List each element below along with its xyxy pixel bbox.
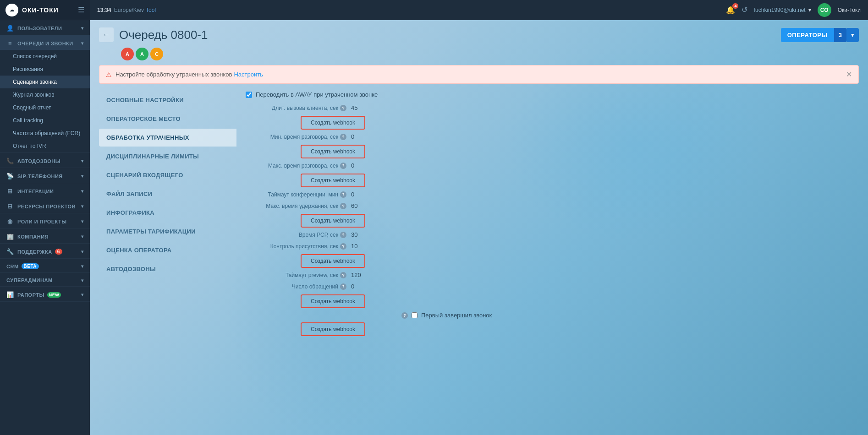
sidebar-item-autodial[interactable]: 📞 АВТОДОЗВОНЫ ▾	[0, 153, 90, 168]
user-email: luchkin1990@ukr.net	[754, 7, 805, 13]
operators-count: 3	[834, 28, 846, 42]
sidebar-item-integrations[interactable]: ⊞ ИНТЕГРАЦИИ ▾	[0, 183, 90, 198]
first-completed-help-icon[interactable]: ?	[401, 312, 408, 319]
sip-icon: 📡	[6, 173, 14, 179]
phone-icon: 📞	[6, 158, 14, 164]
presence-control-label: Контроль присутствия, сек ?	[246, 243, 346, 250]
notifications-btn[interactable]: 🔔 4	[726, 5, 735, 14]
appeals-count-row: Число обращений ? 0	[246, 283, 850, 290]
sidebar-item-summary-report[interactable]: Сводный отчет	[0, 101, 90, 114]
user-chevron: ▾	[808, 7, 811, 13]
nav-item-operator-eval[interactable]: ОЦЕНКА ОПЕРАТОРА	[99, 241, 236, 259]
sidebar-item-sip[interactable]: 📡 SIP-ТЕЛЕФОНИЯ ▾	[0, 168, 90, 183]
chevron-icon3: ▾	[81, 174, 84, 179]
first-completed-checkbox[interactable]	[412, 312, 418, 318]
conference-timeout-section: Таймаут конференции, мин ? 0	[246, 191, 850, 198]
sidebar-section-resources: ⊟ РЕСУРСЫ ПРОЕКТОВ ▾	[0, 198, 90, 213]
webhook-btn-min-talk[interactable]: Создать webhook	[301, 145, 365, 158]
sidebar-item-queues[interactable]: ≡ ОЧЕРЕДИ И ЗВОНКИ ▾	[0, 35, 90, 50]
away-checkbox[interactable]	[246, 92, 252, 98]
warning-close-btn[interactable]: ✕	[846, 70, 852, 79]
webhook-btn-max-talk[interactable]: Создать webhook	[301, 174, 365, 187]
presence-control-section: Контроль присутствия, сек ? 10 Создать w…	[246, 243, 850, 268]
chevron-icon10: ▾	[81, 278, 84, 283]
operators-expand-btn[interactable]: ▾	[846, 28, 859, 42]
menu-toggle[interactable]: ☰	[78, 5, 84, 14]
webhook-btn-max-hold[interactable]: Создать webhook	[301, 214, 365, 228]
topbar-tool-link[interactable]: Tool	[146, 7, 156, 13]
nav-item-limits[interactable]: ДИСЦИПЛИНАРНЫЕ ЛИМИТЫ	[99, 147, 236, 165]
nav-item-scenario[interactable]: СЦЕНАРИЙ ВХОДЯЩЕГО	[99, 166, 236, 184]
operator-avatar-1: A	[121, 48, 134, 60]
avatar[interactable]: CO	[818, 3, 831, 17]
max-talk-section: Макс. время разговора, сек ? 0 Создать w…	[246, 162, 850, 187]
sidebar-item-crm[interactable]: CRM BETA ▾	[0, 259, 90, 272]
presence-control-help-icon[interactable]: ?	[340, 243, 346, 250]
pcp-time-help-icon[interactable]: ?	[340, 232, 346, 238]
company-icon: 🏢	[6, 233, 14, 240]
chevron-icon2: ▾	[81, 158, 84, 163]
nav-item-lost[interactable]: ОБРАБОТКА УТРАЧЕННЫХ	[99, 129, 236, 147]
sidebar-section-company: 🏢 КОМПАНИЯ ▾	[0, 228, 90, 244]
conference-timeout-help-icon[interactable]: ?	[340, 191, 346, 198]
nav-item-autodial[interactable]: АВТОДОЗВОНЫ	[99, 260, 236, 278]
sidebar-item-schedule[interactable]: Расписания	[0, 63, 90, 76]
conference-timeout-value: 0	[351, 191, 369, 198]
logo-text: ОКИ-ТОКИ	[22, 6, 59, 14]
sidebar-item-call-journal[interactable]: Журнал звонков	[0, 88, 90, 101]
sidebar-item-reports[interactable]: 📊 РАПОРТЫ NEW ▾	[0, 287, 90, 301]
users-icon: 👤	[6, 25, 14, 32]
chevron-icon7: ▾	[81, 234, 84, 239]
webhook-btn-presence-control[interactable]: Создать webhook	[301, 254, 365, 268]
preview-timeout-help-icon[interactable]: ?	[340, 272, 346, 278]
sidebar-item-support[interactable]: 🔧 ПОДДЕРЖКА 6 ▾	[0, 244, 90, 258]
nav-item-recording[interactable]: ФАЙЛ ЗАПИСИ	[99, 185, 236, 203]
integrations-icon: ⊞	[6, 188, 14, 195]
sidebar-item-queue-list[interactable]: Список очередей	[0, 50, 90, 63]
appeals-count-section: Число обращений ? 0 Создать webhook	[246, 283, 850, 308]
sidebar: ☁ ОКИ-ТОКИ ☰ 👤 ПОЛЬЗОВАТЕЛИ ▾ ≡ ОЧЕРЕДИ …	[0, 0, 90, 435]
nav-item-basic[interactable]: ОСНОВНЫЕ НАСТРОЙКИ	[99, 91, 236, 109]
sidebar-item-users[interactable]: 👤 ПОЛЬЗОВАТЕЛИ ▾	[0, 20, 90, 35]
call-duration-value: 45	[351, 104, 369, 111]
sidebar-item-company[interactable]: 🏢 КОМПАНИЯ ▾	[0, 228, 90, 243]
first-completed-row: ? Первый завершил звонок	[401, 312, 850, 319]
max-hold-help-icon[interactable]: ?	[340, 203, 346, 209]
topbar: 13:34 Europe/Kiev Tool 🔔 4 ↺ luchkin1990…	[90, 0, 868, 20]
webhook-btn-call-duration[interactable]: Создать webhook	[301, 116, 365, 130]
max-talk-help-icon[interactable]: ?	[340, 163, 346, 169]
pcp-time-label: Время РСР, сек ?	[246, 232, 346, 238]
back-button[interactable]: ←	[99, 27, 114, 42]
sidebar-section-integrations: ⊞ ИНТЕГРАЦИИ ▾	[0, 183, 90, 198]
nav-item-operator[interactable]: ОПЕРАТОРСКОЕ МЕСТО	[99, 110, 236, 128]
away-checkbox-label: Переводить в AWAY при утраченном звонке	[256, 91, 378, 98]
call-duration-help-icon[interactable]: ?	[340, 105, 346, 111]
refresh-btn[interactable]: ↺	[742, 5, 747, 14]
sidebar-item-fcr[interactable]: Частота обращений (FCR)	[0, 127, 90, 140]
nav-item-infographic[interactable]: ИНФОГРАФИКА	[99, 204, 236, 222]
chevron-down-icon: ▾	[81, 41, 84, 46]
page-content: ← Очередь 0800-1 ОПЕРАТОРЫ 3 ▾ A A C ⚠ Н…	[90, 20, 868, 435]
warning-link[interactable]: Настроить	[234, 71, 263, 78]
sidebar-item-ivr-report[interactable]: Отчет по IVR	[0, 140, 90, 152]
max-talk-label: Макс. время разговора, сек ?	[246, 163, 346, 169]
sidebar-item-superadmin[interactable]: СУПЕРАДМИНАМ ▾	[0, 273, 90, 286]
sidebar-item-call-tracking[interactable]: Call tracking	[0, 114, 90, 127]
call-duration-row: Длит. вызова клиента, сек ? 45	[246, 104, 850, 111]
sidebar-section-crm: CRM BETA ▾	[0, 259, 90, 273]
away-checkbox-row: Переводить в AWAY при утраченном звонке	[246, 91, 850, 98]
operators-button[interactable]: ОПЕРАТОРЫ	[781, 28, 834, 42]
sidebar-item-resources[interactable]: ⊟ РЕСУРСЫ ПРОЕКТОВ ▾	[0, 198, 90, 213]
max-hold-row: Макс. время удержания, сек ? 60	[246, 202, 850, 209]
webhook-btn-appeals-count[interactable]: Создать webhook	[301, 294, 365, 308]
presence-control-value: 10	[351, 243, 369, 250]
sidebar-section-autodial: 📞 АВТОДОЗВОНЫ ▾	[0, 153, 90, 168]
webhook-btn-first-completed[interactable]: Создать webhook	[301, 322, 365, 336]
sidebar-item-scenarios[interactable]: Сценарии звонка	[0, 76, 90, 88]
sidebar-item-roles[interactable]: ◉ РОЛИ И ПРОЕКТЫ ▾	[0, 213, 90, 228]
nav-item-tariff[interactable]: ПАРАМЕТРЫ ТАРИФИКАЦИИ	[99, 223, 236, 240]
appeals-count-help-icon[interactable]: ?	[340, 283, 346, 290]
min-talk-help-icon[interactable]: ?	[340, 134, 346, 140]
user-menu[interactable]: luchkin1990@ukr.net ▾	[754, 7, 811, 13]
left-nav: ОСНОВНЫЕ НАСТРОЙКИ ОПЕРАТОРСКОЕ МЕСТО ОБ…	[99, 91, 236, 340]
